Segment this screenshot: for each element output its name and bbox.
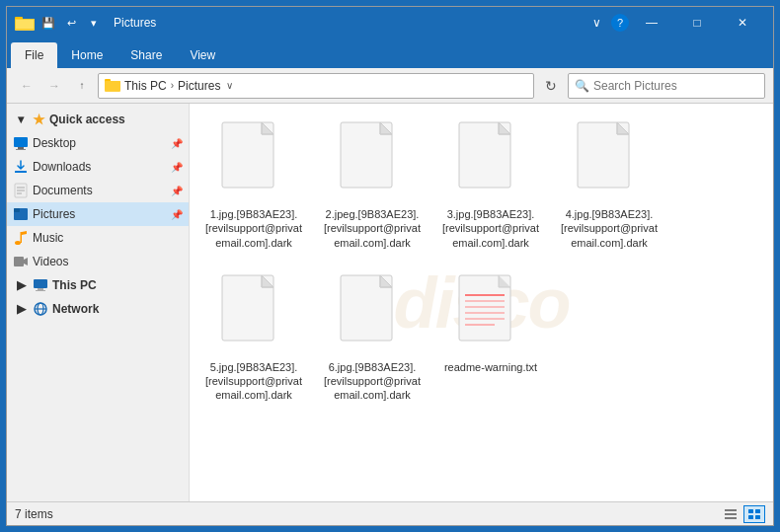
desktop-icon bbox=[13, 135, 29, 151]
svg-rect-7 bbox=[14, 137, 28, 147]
file-label-3: 3.jpg.[9B83AE23].[revilsupport@privatema… bbox=[441, 207, 540, 250]
desktop-label: Desktop bbox=[33, 136, 76, 150]
quick-access-toolbar: 💾 ↩ ▾ bbox=[39, 13, 104, 33]
this-pc-chevron-icon: ▶ bbox=[13, 277, 29, 293]
quick-access-label: Quick access bbox=[49, 113, 125, 126]
sidebar-item-desktop[interactable]: Desktop 📌 bbox=[7, 131, 189, 155]
file-icon-2 bbox=[337, 120, 408, 203]
network-text: Network bbox=[52, 302, 99, 316]
this-pc-text: This PC bbox=[52, 278, 97, 292]
close-button[interactable]: ✕ bbox=[720, 7, 765, 38]
address-path[interactable]: This PC › Pictures ∨ bbox=[98, 73, 534, 99]
file-label-readme: readme-warning.txt bbox=[444, 360, 537, 374]
sidebar-item-videos[interactable]: Videos bbox=[7, 250, 189, 273]
tab-file[interactable]: File bbox=[11, 42, 57, 68]
file-item-3[interactable]: 3.jpg.[9B83AE23].[revilsupport@privatema… bbox=[436, 114, 545, 257]
documents-label: Documents bbox=[33, 184, 93, 197]
svg-rect-18 bbox=[21, 232, 23, 243]
minimize-button[interactable]: — bbox=[629, 7, 674, 38]
file-label-2: 2.jpeg.[9B83AE23].[revilsupport@privatem… bbox=[323, 207, 422, 250]
file-item-5[interactable]: 5.jpg.[9B83AE23].[revilsupport@privatema… bbox=[199, 266, 308, 410]
sidebar-item-documents[interactable]: Documents 📌 bbox=[7, 179, 189, 202]
file-item-4[interactable]: 4.jpg.[9B83AE23].[revilsupport@privatema… bbox=[555, 114, 663, 257]
forward-button[interactable]: → bbox=[42, 74, 66, 98]
network-icon bbox=[33, 301, 48, 317]
back-button[interactable]: ← bbox=[15, 74, 39, 98]
help-button[interactable]: ? bbox=[611, 14, 629, 32]
sidebar-item-this-pc[interactable]: ▶ this-pc This PC bbox=[7, 273, 189, 297]
search-icon: 🔍 bbox=[575, 79, 589, 93]
sidebar-item-music[interactable]: Music bbox=[7, 226, 189, 250]
svg-rect-73 bbox=[755, 515, 760, 519]
tab-share[interactable]: Share bbox=[117, 42, 176, 68]
file-label-4: 4.jpg.[9B83AE23].[revilsupport@privatema… bbox=[560, 207, 659, 250]
up-button[interactable]: ↑ bbox=[70, 74, 94, 98]
sidebar-item-quick-access[interactable]: ▾ ★ Quick access bbox=[7, 108, 189, 131]
file-item-2[interactable]: 2.jpeg.[9B83AE23].[revilsupport@privatem… bbox=[318, 114, 427, 257]
quick-access-chevron-icon: ▾ bbox=[13, 112, 29, 127]
list-view-icon bbox=[724, 508, 738, 520]
search-box: 🔍 bbox=[568, 73, 765, 99]
title-bar-left: 💾 ↩ ▾ Pictures bbox=[15, 13, 586, 33]
svg-rect-21 bbox=[34, 279, 47, 288]
file-item-6[interactable]: 6.jpg.[9B83AE23].[revilsupport@privatema… bbox=[318, 266, 427, 410]
ribbon-chevron-button[interactable]: ∨ bbox=[586, 14, 607, 32]
grid-view-button[interactable] bbox=[743, 505, 765, 523]
files-grid: 1.jpg.[9B83AE23].[revilsupport@privatema… bbox=[199, 114, 763, 410]
address-bar: ← → ↑ This PC › Pictures ∨ ↻ 🔍 bbox=[7, 68, 773, 104]
file-icon-4 bbox=[574, 120, 645, 203]
file-item-readme[interactable]: readme-warning.txt bbox=[436, 266, 545, 410]
network-chevron-icon: ▶ bbox=[13, 301, 29, 317]
pictures-icon bbox=[13, 206, 29, 222]
svg-rect-10 bbox=[15, 171, 27, 173]
svg-rect-6 bbox=[105, 81, 120, 91]
folder-icon bbox=[105, 78, 120, 94]
qat-save-button[interactable]: 💾 bbox=[39, 13, 58, 33]
list-view-button[interactable] bbox=[720, 505, 741, 523]
file-label-6: 6.jpg.[9B83AE23].[revilsupport@privatema… bbox=[323, 360, 422, 403]
downloads-icon bbox=[13, 159, 29, 175]
title-bar: 💾 ↩ ▾ Pictures ∨ ? — □ ✕ bbox=[7, 7, 773, 38]
window-icon bbox=[15, 15, 35, 31]
file-icon-readme bbox=[455, 273, 526, 356]
pictures-label: Pictures bbox=[33, 207, 75, 221]
refresh-button[interactable]: ↻ bbox=[538, 73, 564, 99]
ribbon-tabs: File Home Share View bbox=[7, 38, 773, 68]
maximize-button[interactable]: □ bbox=[674, 7, 720, 38]
path-this-pc[interactable]: This PC bbox=[124, 79, 167, 93]
tab-home[interactable]: Home bbox=[57, 42, 117, 68]
qat-dropdown-button[interactable]: ▾ bbox=[84, 13, 104, 33]
videos-label: Videos bbox=[33, 255, 68, 268]
svg-rect-19 bbox=[14, 257, 24, 266]
file-label-1: 1.jpg.[9B83AE23].[revilsupport@privatema… bbox=[204, 207, 303, 250]
svg-rect-72 bbox=[748, 515, 753, 519]
pc-icon bbox=[33, 277, 48, 293]
file-label-5: 5.jpg.[9B83AE23].[revilsupport@privatema… bbox=[204, 360, 303, 403]
svg-rect-22 bbox=[38, 288, 43, 290]
tab-view[interactable]: View bbox=[176, 42, 229, 68]
ribbon-collapse-area: ∨ ? bbox=[586, 14, 629, 32]
music-label: Music bbox=[33, 231, 63, 245]
videos-icon bbox=[13, 254, 29, 269]
search-input[interactable] bbox=[593, 79, 758, 93]
path-sep-1: › bbox=[171, 80, 174, 91]
downloads-label: Downloads bbox=[33, 160, 91, 174]
downloads-pin-icon: 📌 bbox=[171, 162, 183, 173]
path-pictures[interactable]: Pictures bbox=[178, 79, 220, 93]
window-title: Pictures bbox=[114, 16, 156, 30]
file-icon-5 bbox=[218, 273, 289, 356]
file-icon-3 bbox=[455, 120, 526, 203]
svg-rect-8 bbox=[18, 147, 24, 149]
svg-rect-9 bbox=[16, 149, 26, 150]
address-dropdown-button[interactable]: ∨ bbox=[224, 78, 235, 93]
file-view: disco 1.jpg.[9B83AE23].[revilsupport@pri… bbox=[190, 104, 773, 501]
sidebar-item-pictures[interactable]: Pictures 📌 bbox=[7, 202, 189, 226]
qat-undo-button[interactable]: ↩ bbox=[61, 13, 81, 33]
sidebar: ▾ ★ Quick access Desktop 📌 Downloads 📌 bbox=[7, 104, 190, 501]
svg-marker-20 bbox=[24, 258, 28, 266]
file-item-1[interactable]: 1.jpg.[9B83AE23].[revilsupport@privatema… bbox=[199, 114, 308, 257]
sidebar-item-network[interactable]: ▶ Network bbox=[7, 297, 189, 321]
music-icon bbox=[13, 230, 29, 246]
documents-pin-icon: 📌 bbox=[171, 186, 183, 196]
sidebar-item-downloads[interactable]: Downloads 📌 bbox=[7, 155, 189, 179]
